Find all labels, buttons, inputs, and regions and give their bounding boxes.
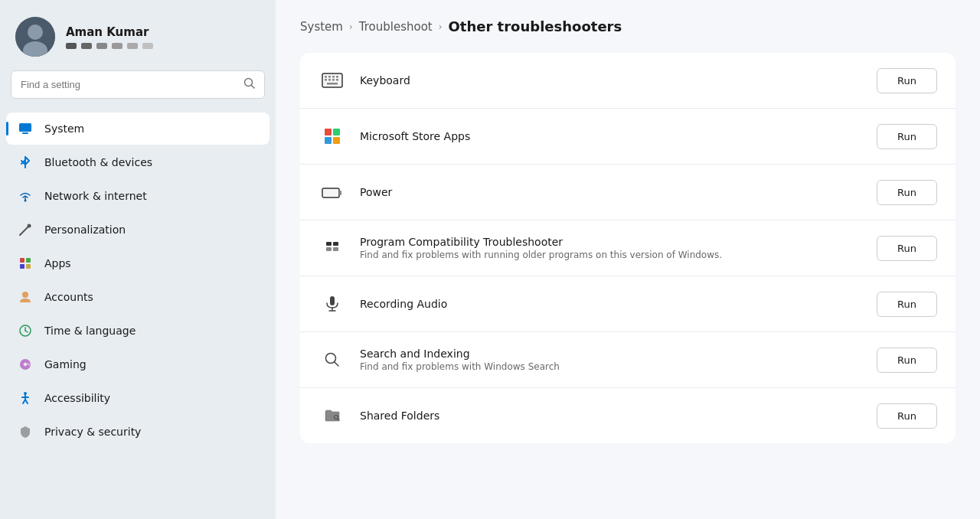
sidebar-item-label-accounts: Accounts: [44, 291, 93, 303]
sidebar-item-accounts[interactable]: Accounts: [6, 281, 270, 313]
svg-rect-14: [26, 264, 31, 269]
sidebar-item-time[interactable]: Time & language: [6, 315, 270, 347]
svg-rect-46: [333, 242, 338, 246]
profile-info: Aman Kumar: [66, 25, 153, 49]
power-icon: [318, 178, 346, 206]
compat-run-button[interactable]: Run: [877, 236, 937, 261]
keyboard-run-button[interactable]: Run: [877, 68, 937, 93]
dot-5: [127, 43, 138, 49]
svg-rect-45: [326, 242, 332, 246]
troubleshoot-item-compat: Program Compatibility Troubleshooter Fin…: [300, 220, 956, 276]
profile-section: Aman Kumar: [0, 0, 276, 70]
sidebar-item-bluetooth[interactable]: Bluetooth & devices: [6, 146, 270, 178]
svg-rect-35: [328, 79, 331, 81]
svg-rect-43: [322, 188, 339, 197]
keyboard-title: Keyboard: [360, 74, 863, 86]
search-box[interactable]: [11, 70, 265, 99]
accounts-icon: [17, 289, 34, 305]
svg-rect-39: [325, 129, 332, 135]
svg-rect-12: [26, 258, 31, 263]
power-title: Power: [360, 186, 863, 198]
folders-title: Shared Folders: [360, 410, 863, 422]
svg-line-18: [25, 331, 28, 332]
dot-6: [142, 43, 153, 49]
sidebar-item-system[interactable]: System: [6, 113, 270, 145]
svg-rect-33: [336, 76, 338, 78]
breadcrumb-system[interactable]: System: [300, 20, 343, 34]
svg-rect-48: [333, 247, 338, 251]
search-title: Search and Indexing: [360, 348, 863, 360]
network-icon: [17, 188, 34, 204]
sidebar: Aman Kumar: [0, 0, 276, 519]
svg-point-22: [28, 363, 29, 364]
troubleshoot-item-keyboard: Keyboard Run: [300, 53, 956, 109]
search-desc: Find and fix problems with Windows Searc…: [360, 361, 863, 372]
compat-title: Program Compatibility Troubleshooter: [360, 236, 863, 248]
apps-icon: [17, 255, 34, 272]
sidebar-item-label-time: Time & language: [44, 325, 136, 337]
time-icon: [17, 322, 34, 339]
sidebar-item-apps[interactable]: Apps: [6, 247, 270, 279]
svg-rect-38: [327, 83, 338, 85]
svg-rect-44: [339, 191, 341, 195]
sidebar-item-label-system: System: [44, 122, 84, 135]
sidebar-item-label-personalization: Personalization: [44, 224, 126, 236]
keyboard-info: Keyboard: [360, 74, 863, 86]
svg-rect-32: [332, 76, 335, 78]
search-info: Search and Indexing Find and fix problem…: [360, 348, 863, 372]
avatar-image: [15, 17, 55, 57]
troubleshoot-item-ms-store: Microsoft Store Apps Run: [300, 109, 956, 165]
troubleshooter-list: Keyboard Run Microsoft Store Apps Run: [300, 53, 956, 443]
compat-desc: Find and fix problems with running older…: [360, 250, 863, 260]
folders-run-button[interactable]: Run: [877, 403, 937, 429]
svg-rect-42: [333, 137, 340, 144]
svg-rect-49: [330, 296, 335, 305]
profile-dots: [66, 43, 153, 49]
svg-rect-5: [19, 123, 31, 132]
svg-rect-13: [20, 264, 24, 269]
svg-rect-47: [326, 247, 332, 251]
dot-1: [66, 43, 77, 49]
search-run-button[interactable]: Run: [877, 348, 937, 373]
sidebar-item-privacy[interactable]: Privacy & security: [6, 416, 270, 448]
sidebar-item-network[interactable]: Network & internet: [6, 180, 270, 212]
troubleshoot-item-folders: Shared Folders Run: [300, 388, 956, 443]
sidebar-item-gaming[interactable]: Gaming: [6, 348, 270, 380]
breadcrumb-troubleshoot[interactable]: Troubleshoot: [359, 20, 433, 34]
svg-point-1: [28, 24, 43, 40]
svg-point-23: [28, 364, 30, 366]
breadcrumb: System › Troubleshoot › Other troublesho…: [300, 18, 956, 34]
dot-4: [112, 43, 122, 49]
ms-store-run-button[interactable]: Run: [877, 124, 937, 149]
sidebar-item-label-network: Network & internet: [44, 190, 147, 202]
accessibility-icon: [17, 390, 34, 406]
svg-rect-40: [333, 129, 340, 135]
troubleshoot-item-power: Power Run: [300, 165, 956, 220]
search-input[interactable]: [21, 79, 237, 90]
folders-info: Shared Folders: [360, 410, 863, 422]
breadcrumb-current: Other troubleshooters: [449, 18, 622, 34]
keyboard-icon: [318, 67, 346, 94]
bluetooth-icon: [17, 154, 34, 171]
sidebar-item-label-accessibility: Accessibility: [44, 392, 110, 404]
troubleshoot-item-search: Search and Indexing Find and fix problem…: [300, 332, 956, 388]
dot-2: [81, 43, 92, 49]
svg-rect-11: [20, 258, 24, 263]
audio-info: Recording Audio: [360, 298, 863, 310]
breadcrumb-sep-1: ›: [349, 21, 353, 32]
main-content: System › Troubleshoot › Other troublesho…: [276, 0, 980, 519]
gaming-icon: [17, 356, 34, 373]
svg-rect-34: [325, 79, 327, 81]
power-run-button[interactable]: Run: [877, 180, 937, 205]
search-section: [0, 70, 276, 109]
sidebar-item-personalization[interactable]: Personalization: [6, 214, 270, 246]
nav-list: System Bluetooth & devices: [0, 109, 276, 519]
sidebar-item-label-apps: Apps: [44, 257, 71, 269]
audio-run-button[interactable]: Run: [877, 292, 937, 317]
compat-icon: [318, 234, 346, 262]
system-icon: [17, 120, 34, 137]
compat-info: Program Compatibility Troubleshooter Fin…: [360, 236, 863, 260]
audio-icon: [318, 290, 346, 318]
sidebar-item-accessibility[interactable]: Accessibility: [6, 382, 270, 414]
dot-3: [96, 43, 107, 49]
